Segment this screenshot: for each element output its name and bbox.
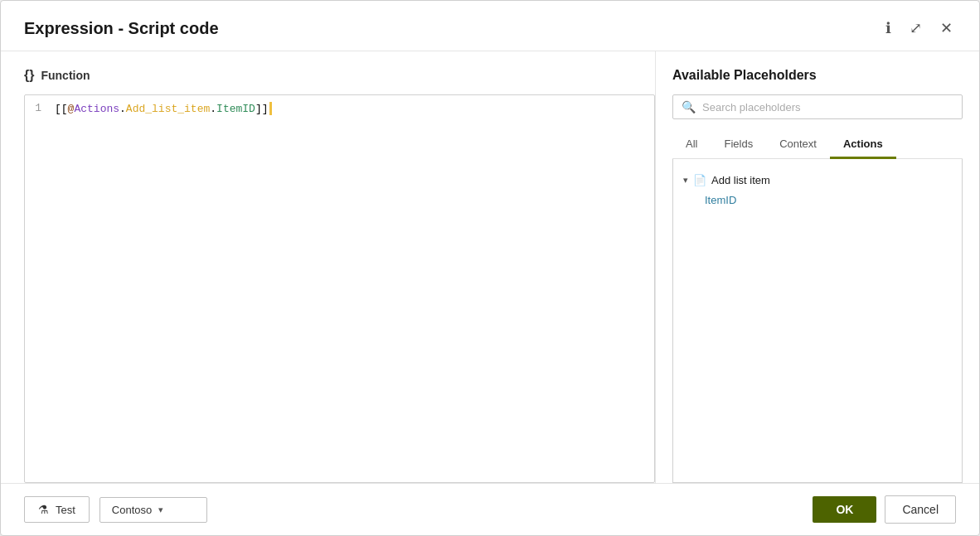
placeholder-list: ▾ 📄 Add list item ItemID bbox=[672, 159, 963, 483]
expression-dialog: Expression - Script code ℹ ⤢ ✕ {} Functi… bbox=[0, 0, 980, 536]
code-bracket-open: [[ bbox=[55, 103, 68, 115]
tab-actions[interactable]: Actions bbox=[830, 131, 896, 159]
code-line-1: 1 [[@Actions.Add_list_item.ItemID]] bbox=[25, 95, 654, 122]
right-panel: Available Placeholders 🔍 All Fields Cont… bbox=[656, 51, 979, 483]
code-method: Add_list_item bbox=[126, 103, 210, 115]
code-field: ItemID bbox=[216, 103, 255, 115]
code-actions: Actions bbox=[74, 103, 119, 115]
search-box[interactable]: 🔍 bbox=[672, 94, 963, 119]
footer-right: OK Cancel bbox=[813, 495, 956, 524]
tab-context[interactable]: Context bbox=[766, 131, 830, 159]
code-content: [[@Actions.Add_list_item.ItemID]] bbox=[55, 102, 654, 115]
search-icon: 🔍 bbox=[682, 100, 696, 113]
info-icon: ℹ bbox=[885, 19, 891, 37]
left-panel: {} Function 1 [[@Actions.Add_list_item.I… bbox=[1, 51, 656, 483]
placeholder-item-itemid[interactable]: ItemID bbox=[673, 190, 962, 210]
placeholder-group-header[interactable]: ▾ 📄 Add list item bbox=[673, 171, 962, 190]
code-at-sign: @ bbox=[68, 103, 75, 115]
expand-icon-button[interactable]: ⤢ bbox=[906, 16, 925, 41]
tabs-bar: All Fields Context Actions bbox=[672, 131, 963, 159]
contoso-select[interactable]: Contoso ▾ bbox=[99, 497, 207, 523]
contoso-label: Contoso bbox=[112, 504, 152, 516]
dialog-title: Expression - Script code bbox=[24, 19, 219, 38]
placeholders-title: Available Placeholders bbox=[672, 68, 963, 83]
test-button[interactable]: ⚗ Test bbox=[24, 496, 90, 523]
curly-braces-icon: {} bbox=[24, 68, 34, 83]
dialog-header: Expression - Script code ℹ ⤢ ✕ bbox=[1, 1, 979, 51]
code-dot-1: . bbox=[119, 103, 126, 115]
cancel-button[interactable]: Cancel bbox=[885, 495, 956, 524]
dialog-body: {} Function 1 [[@Actions.Add_list_item.I… bbox=[1, 51, 979, 483]
tab-all[interactable]: All bbox=[672, 131, 711, 159]
close-icon-button[interactable]: ✕ bbox=[937, 16, 956, 41]
flask-icon: ⚗ bbox=[38, 503, 49, 516]
footer-left: ⚗ Test Contoso ▾ bbox=[24, 496, 207, 523]
chevron-down-icon: ▾ bbox=[158, 505, 163, 515]
test-button-label: Test bbox=[56, 504, 75, 516]
close-icon: ✕ bbox=[940, 19, 953, 37]
header-icons: ℹ ⤢ ✕ bbox=[882, 16, 956, 41]
code-editor[interactable]: 1 [[@Actions.Add_list_item.ItemID]] bbox=[24, 94, 655, 483]
code-dot-2: . bbox=[210, 103, 216, 115]
line-number: 1 bbox=[25, 102, 55, 114]
document-icon: 📄 bbox=[693, 174, 706, 186]
placeholder-group-add-list-item: ▾ 📄 Add list item ItemID bbox=[673, 167, 962, 214]
function-text: Function bbox=[41, 69, 90, 82]
tab-fields[interactable]: Fields bbox=[711, 131, 766, 159]
ok-button[interactable]: OK bbox=[813, 496, 876, 523]
group-label: Add list item bbox=[711, 174, 770, 186]
info-icon-button[interactable]: ℹ bbox=[882, 16, 895, 41]
cursor-bar bbox=[269, 102, 272, 115]
search-input[interactable] bbox=[702, 101, 953, 113]
expand-icon: ⤢ bbox=[910, 19, 922, 37]
dialog-footer: ⚗ Test Contoso ▾ OK Cancel bbox=[1, 483, 979, 535]
code-bracket-close: ]] bbox=[255, 103, 269, 115]
chevron-down-icon: ▾ bbox=[683, 175, 688, 186]
function-label: {} Function bbox=[24, 68, 655, 83]
